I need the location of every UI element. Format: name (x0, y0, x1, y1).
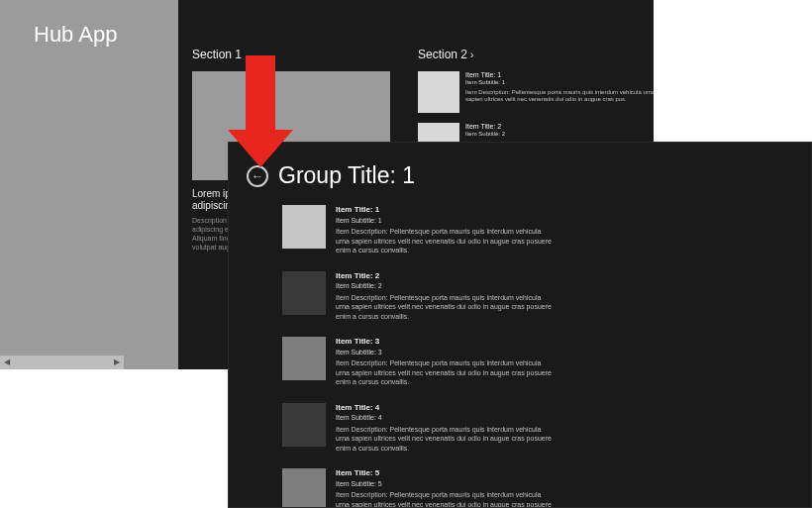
item-description: Item Description: Pellentesque porta mau… (336, 358, 554, 386)
item-subtitle: Item Subtitle: 4 (336, 413, 554, 422)
item-text: Item Title: 1 Item Subtitle: 1 Item Desc… (336, 205, 554, 255)
group-header: ← Group Title: 1 (247, 162, 811, 189)
item-thumbnail (282, 337, 326, 380)
hero-panel: Hub App (0, 0, 178, 369)
group-detail-window: ← Group Title: 1 Item Title: 1 Item Subt… (228, 142, 812, 508)
item-thumbnail (282, 403, 326, 447)
navigation-arrow-icon (228, 55, 293, 167)
section-2-title[interactable]: Section 2› (418, 48, 654, 61)
list-item[interactable]: Item Title: 2 Item Subtitle: 2 Item Desc… (282, 271, 811, 322)
item-thumbnail (418, 71, 459, 113)
item-title: Item Title: 1 (465, 71, 654, 79)
scroll-right-icon[interactable]: ▶ (110, 356, 124, 369)
list-item[interactable]: Item Title: 1 Item Subtitle: 1 Item Desc… (282, 205, 811, 255)
item-thumbnail (282, 468, 326, 508)
item-subtitle: Item Subtitle: 1 (336, 216, 554, 225)
scroll-left-icon[interactable]: ◀ (0, 356, 14, 369)
item-description: Item Description: Pellentesque porta mau… (336, 425, 554, 453)
item-description: Item Description: Pellentesque porta mau… (336, 293, 554, 321)
chevron-right-icon: › (470, 50, 473, 60)
item-text: Item Title: 1 Item Subtitle: 1 Item Desc… (465, 71, 654, 113)
item-subtitle: Item Subtitle: 2 (465, 131, 505, 138)
item-title: Item Title: 2 (465, 123, 505, 131)
back-button[interactable]: ← (247, 165, 268, 187)
app-title: Hub App (34, 22, 178, 48)
section-2-title-text: Section 2 (418, 48, 467, 61)
item-title: Item Title: 1 (336, 205, 554, 216)
item-thumbnail (282, 271, 326, 315)
item-description: Item Description: Pellentesque porta mau… (336, 490, 554, 508)
item-subtitle: Item Subtitle: 3 (336, 348, 554, 356)
list-item[interactable]: Item Title: 5 Item Subtitle: 5 Item Desc… (282, 468, 811, 508)
item-text: Item Title: 4 Item Subtitle: 4 Item Desc… (336, 403, 554, 454)
list-item[interactable]: Item Title: 3 Item Subtitle: 3 Item Desc… (282, 337, 811, 387)
item-title: Item Title: 4 (336, 403, 554, 414)
item-text: Item Title: 3 Item Subtitle: 3 Item Desc… (336, 337, 554, 387)
item-title: Item Title: 3 (336, 337, 554, 348)
item-description: Item Description: Pellentesque porta mau… (465, 89, 654, 103)
item-text: Item Title: 2 Item Subtitle: 2 Item Desc… (336, 271, 554, 322)
item-subtitle: Item Subtitle: 5 (336, 479, 554, 488)
item-description: Item Description: Pellentesque porta mau… (336, 227, 554, 254)
group-title: Group Title: 1 (278, 162, 415, 189)
list-item[interactable]: Item Title: 4 Item Subtitle: 4 Item Desc… (282, 403, 811, 454)
group-item-list: Item Title: 1 Item Subtitle: 1 Item Desc… (282, 205, 811, 508)
item-title: Item Title: 2 (336, 271, 554, 282)
item-text: Item Title: 5 Item Subtitle: 5 Item Desc… (336, 468, 554, 508)
item-thumbnail (282, 205, 326, 249)
back-arrow-icon: ← (252, 169, 263, 183)
horizontal-scrollbar[interactable]: ◀ ▶ (0, 356, 124, 369)
item-subtitle: Item Subtitle: 2 (336, 281, 554, 290)
item-subtitle: Item Subtitle: 1 (465, 79, 654, 86)
section-2-item[interactable]: Item Title: 1 Item Subtitle: 1 Item Desc… (418, 71, 654, 113)
item-title: Item Title: 5 (336, 468, 554, 479)
